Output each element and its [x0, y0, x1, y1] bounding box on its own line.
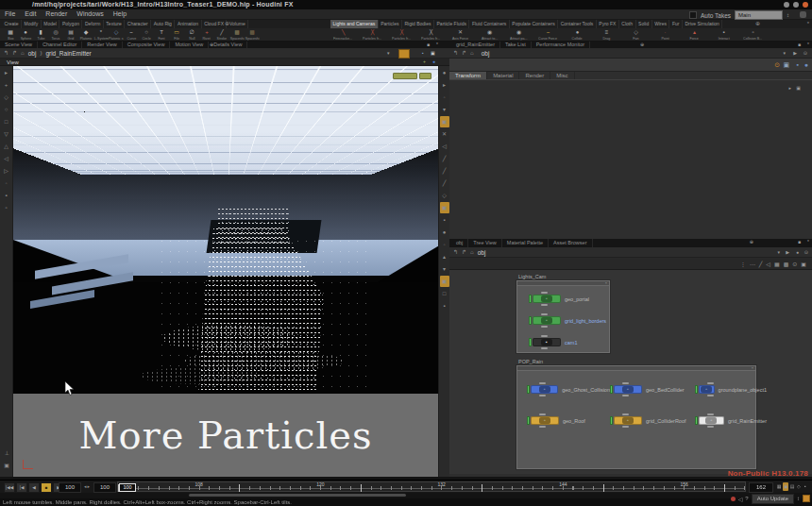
shelf-tool[interactable]: T Font: [154, 29, 169, 41]
network-view-icon[interactable]: ⋮: [740, 261, 746, 267]
viewport-tool-icon[interactable]: +: [2, 79, 11, 91]
shelf-tab[interactable]: Particles: [379, 20, 402, 28]
network-node[interactable]: ◦ geo_portal: [529, 288, 606, 310]
playbar-option-icon[interactable]: ▦: [776, 482, 782, 491]
shelf-tab[interactable]: Auto Rig: [151, 20, 175, 28]
node-display-flag[interactable]: [527, 385, 530, 394]
network-node[interactable]: ◦ geo_Roof: [527, 405, 610, 436]
network-node[interactable]: ▪ cam1: [529, 331, 606, 353]
viewport-tool-icon[interactable]: □: [440, 288, 449, 299]
current-frame-indicator[interactable]: 100: [119, 483, 136, 492]
pin-target-icon[interactable]: ⊙: [774, 61, 780, 69]
minimize-button[interactable]: [784, 2, 789, 8]
node-display-flag[interactable]: [529, 338, 532, 346]
param-search-icon[interactable]: ⊙: [804, 50, 807, 57]
pane-tab[interactable]: Take List: [500, 42, 532, 48]
viewport-tool-icon[interactable]: ◇: [2, 92, 11, 103]
network-node[interactable]: ◦ grid_ColliderRoof: [610, 405, 695, 436]
param-tab[interactable]: Material: [487, 72, 519, 79]
playbar-option-icon[interactable]: ▪: [803, 482, 808, 491]
left-pane-max-icon[interactable]: ■: [427, 42, 430, 48]
shelf-tool[interactable]: ╱ Stroke: [214, 29, 229, 41]
param-play-icon[interactable]: ▶: [793, 50, 797, 57]
viewport-tool-icon[interactable]: □: [2, 116, 11, 127]
pane-tab[interactable]: Details View: [209, 42, 247, 48]
network-view-icon[interactable]: ▦: [774, 261, 780, 267]
timeline-scrollbar[interactable]: [189, 494, 406, 497]
viewport-tool-icon[interactable]: ▸: [2, 67, 11, 78]
network-play-icon[interactable]: ▶: [786, 249, 789, 256]
node-body[interactable]: ◦: [531, 416, 559, 425]
shelf-tab[interactable]: Cloth: [619, 20, 636, 28]
viewport-tool-icon[interactable]: ▪: [440, 214, 449, 226]
audio-icon[interactable]: ◁: [738, 496, 743, 502]
shelf-tab[interactable]: Polygon: [59, 20, 82, 28]
material-open-icon[interactable]: ▣: [796, 85, 801, 92]
node-label[interactable]: geo_Ghost_Collision: [562, 387, 610, 393]
left-pane-add-tab-icon[interactable]: ⊕: [210, 42, 213, 48]
node-body[interactable]: ◦: [533, 316, 561, 325]
shelf-tool[interactable]: ◉ Attract to...: [475, 29, 504, 41]
playback-button[interactable]: |◀: [16, 482, 27, 493]
network-box-bar[interactable]: ×: [517, 366, 755, 371]
shelf-tab[interactable]: Wires: [652, 20, 670, 28]
shelf-tool[interactable]: ▫ Collision B...: [738, 29, 768, 41]
node-label[interactable]: grid_light_borders: [565, 318, 606, 324]
shelf-tool[interactable]: ◉ Attract pa...: [504, 29, 533, 41]
nav-back-icon[interactable]: ↰: [4, 48, 8, 59]
viewport-tool-icon[interactable]: ●: [440, 227, 449, 238]
network-gear-icon[interactable]: *: [807, 239, 809, 245]
snap-icon[interactable]: ▣: [431, 50, 435, 57]
notification-icon[interactable]: [800, 11, 806, 18]
node-label[interactable]: geo_Roof: [563, 418, 585, 424]
shelf-tool[interactable]: ● Sphere: [18, 29, 33, 41]
shelf-tab[interactable]: Solid: [636, 20, 652, 28]
node-display-flag[interactable]: [527, 416, 530, 425]
shelf-tool[interactable]: ~ Curve Force: [533, 29, 563, 41]
shelf-add-icon[interactable]: ⊕: [225, 20, 229, 28]
nav-forward-icon[interactable]: ↱: [12, 48, 17, 59]
node-body[interactable]: ◦: [699, 416, 724, 425]
record-icon[interactable]: [731, 497, 736, 501]
node-label[interactable]: geo_portal: [565, 296, 589, 302]
view-hook-icon[interactable]: +: [423, 59, 426, 65]
box-collapse-icon[interactable]: ×: [605, 280, 607, 285]
network-node[interactable]: ◦ geo_BedCollider: [610, 374, 695, 405]
globe-icon[interactable]: ●: [804, 61, 808, 69]
viewport-tool-icon[interactable]: ◦: [440, 239, 449, 250]
shelf-tool[interactable]: ◇ Platonic s: [109, 29, 124, 41]
param-tab[interactable]: Render: [519, 72, 550, 79]
node-body[interactable]: ◦: [533, 295, 561, 303]
shelf-tab[interactable]: Fur: [669, 20, 683, 28]
shelf-tool[interactable]: ╳ Particles fr...: [358, 29, 387, 41]
pane-tab[interactable]: Motion View: [170, 42, 209, 48]
network-editor[interactable]: Lights_Cam × ◦ geo_portal: [449, 270, 812, 474]
node-label[interactable]: geo_BedCollider: [646, 387, 685, 393]
take-selector[interactable]: Main: [735, 10, 783, 20]
shelf-tab[interactable]: Animation: [175, 20, 201, 28]
viewport-tool-icon[interactable]: ▪: [440, 300, 449, 312]
home-icon[interactable]: ⌂: [470, 247, 474, 258]
frame-ruler[interactable]: 108120132144156 100: [117, 481, 746, 492]
shelf-tool[interactable]: ▩ Spaceshi: [229, 29, 245, 41]
shelf-tool[interactable]: ▦ Box: [3, 29, 18, 41]
viewport-tool-icon[interactable]: ⊥: [2, 447, 11, 459]
shelf-config-gear-icon[interactable]: *: [807, 20, 809, 28]
range-start-field[interactable]: 100: [59, 482, 81, 493]
viewport-tool-icon[interactable]: ╱: [440, 153, 449, 164]
pane-tab[interactable]: Composite View: [123, 42, 171, 48]
network-view-icon[interactable]: ⋯: [750, 261, 755, 267]
shelf-tool[interactable]: ∅ Null: [184, 29, 199, 41]
shelf-tab[interactable]: Particle Fluids: [434, 20, 469, 28]
viewport-tool-icon[interactable]: ▴: [440, 251, 449, 262]
shelf-tab[interactable]: Fluid Containers: [469, 20, 509, 28]
playback-button[interactable]: ◀: [28, 482, 40, 493]
viewport-tool-icon[interactable]: ◦: [440, 92, 449, 103]
view-tab-label[interactable]: View: [7, 59, 19, 66]
maximize-button[interactable]: [793, 2, 799, 8]
view-globe-icon[interactable]: ●: [432, 59, 435, 65]
shelf-tab[interactable]: Rigid Bodies: [402, 20, 434, 28]
shelf-tab[interactable]: Modify: [22, 20, 42, 28]
shelf-tool[interactable]: ◇ Fan: [621, 29, 651, 41]
viewport-tool-icon[interactable]: ╱: [440, 177, 449, 189]
